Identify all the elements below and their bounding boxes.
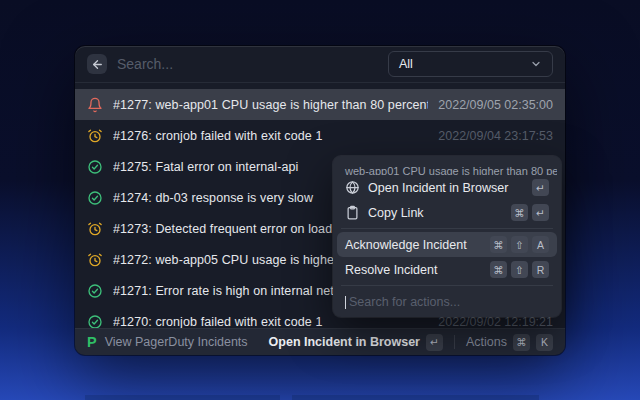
wallpaper-window-edge-right bbox=[292, 395, 539, 400]
enter-key-badge: ↵ bbox=[532, 179, 549, 196]
action-item[interactable]: Copy Link ⌘ ↵ bbox=[337, 200, 557, 225]
incident-timestamp: 2022/09/04 23:17:53 bbox=[438, 129, 553, 143]
incident-title: #1276: cronjob failed with exit code 1 bbox=[113, 129, 428, 143]
filter-value: All bbox=[399, 57, 413, 71]
command-label: View PagerDuty Incidents bbox=[105, 335, 248, 349]
action-label: Open Incident in Browser bbox=[368, 181, 508, 195]
footer-divider bbox=[454, 335, 455, 349]
clipboard-icon bbox=[345, 205, 360, 220]
cmd-key-badge: ⌘ bbox=[511, 204, 528, 221]
incident-row[interactable]: #1277: web-app01 CPU usage is higher tha… bbox=[75, 89, 565, 120]
actions-search-placeholder: Search for actions... bbox=[349, 295, 460, 309]
k-key-badge: K bbox=[536, 334, 553, 351]
alarm-clock-icon bbox=[87, 252, 103, 268]
check-circle-icon bbox=[87, 283, 103, 299]
back-button[interactable] bbox=[87, 54, 107, 74]
popover-divider bbox=[341, 285, 553, 286]
action-label: Copy Link bbox=[368, 206, 424, 220]
incident-timestamp: 2022/09/05 02:35:00 bbox=[438, 98, 553, 112]
check-circle-icon bbox=[87, 159, 103, 175]
action-label: Resolve Incident bbox=[345, 263, 437, 277]
incident-title: #1277: web-app01 CPU usage is higher tha… bbox=[113, 98, 428, 112]
globe-icon bbox=[345, 180, 360, 195]
arrow-left-icon bbox=[91, 58, 104, 71]
status-bar: P View PagerDuty Incidents Open Incident… bbox=[75, 328, 565, 355]
action-item-resolve[interactable]: Resolve Incident ⌘ ⇧ R bbox=[337, 257, 557, 282]
action-item[interactable]: Open Incident in Browser ↵ bbox=[337, 175, 557, 200]
check-circle-icon bbox=[87, 190, 103, 206]
primary-action-button[interactable]: Open Incident in Browser bbox=[269, 335, 420, 349]
check-circle-icon bbox=[87, 314, 103, 329]
alarm-clock-icon bbox=[87, 128, 103, 144]
text-cursor bbox=[345, 296, 346, 309]
action-item-acknowledge[interactable]: Acknowledge Incident ⌘ ⇧ A bbox=[337, 232, 557, 257]
cmd-key-badge: ⌘ bbox=[490, 261, 507, 278]
enter-key-badge: ↵ bbox=[426, 334, 443, 351]
alarm-clock-icon bbox=[87, 221, 103, 237]
search-input[interactable] bbox=[117, 56, 378, 72]
pagerduty-icon: P bbox=[87, 335, 97, 350]
filter-dropdown[interactable]: All bbox=[388, 51, 553, 77]
enter-key-badge: ↵ bbox=[532, 204, 549, 221]
popover-divider bbox=[341, 228, 553, 229]
cmd-key-badge: ⌘ bbox=[513, 334, 530, 351]
cmd-key-badge: ⌘ bbox=[490, 236, 507, 253]
actions-button[interactable]: Actions bbox=[466, 335, 507, 349]
chevron-down-icon bbox=[530, 58, 542, 70]
shift-key-badge: ⇧ bbox=[511, 236, 528, 253]
shift-key-badge: ⇧ bbox=[511, 261, 528, 278]
a-key-badge: A bbox=[532, 236, 549, 253]
r-key-badge: R bbox=[532, 261, 549, 278]
search-header: All bbox=[75, 46, 565, 83]
action-label: Acknowledge Incident bbox=[345, 238, 467, 252]
popover-context-title: web-app01 CPU usage is higher than 80 pe… bbox=[337, 160, 557, 175]
incident-row[interactable]: #1276: cronjob failed with exit code 1 2… bbox=[75, 120, 565, 151]
wallpaper-window-edge-left bbox=[85, 395, 280, 400]
bell-icon bbox=[87, 97, 103, 113]
actions-search-input[interactable]: Search for actions... bbox=[337, 289, 557, 313]
actions-popover: web-app01 CPU usage is higher than 80 pe… bbox=[333, 156, 561, 317]
